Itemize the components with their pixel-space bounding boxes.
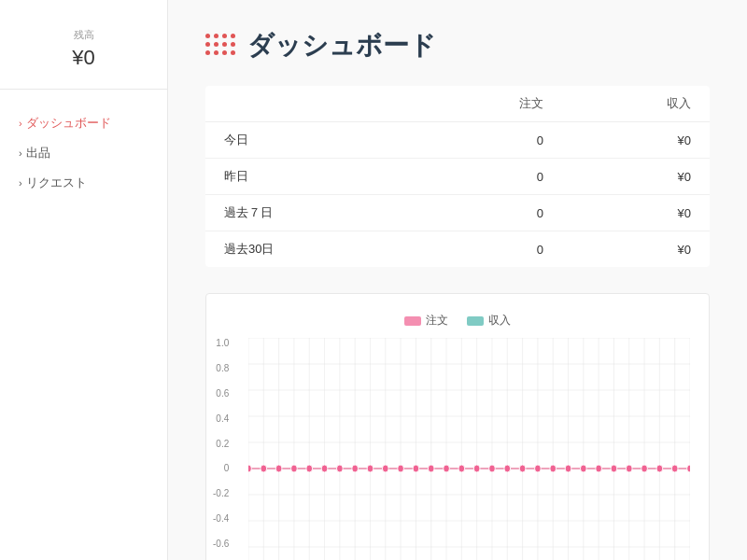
svg-point-51 <box>382 465 388 472</box>
balance-section: 残高 ¥0 <box>0 19 167 90</box>
dashboard-header: ダッシュボード <box>205 28 710 63</box>
svg-point-42 <box>248 465 251 472</box>
sidebar-item-requests-label: リクエスト <box>26 175 87 191</box>
svg-point-54 <box>428 465 434 472</box>
y-label: -0.6 <box>213 539 229 549</box>
svg-point-68 <box>641 465 648 472</box>
legend-revenue-color <box>467 316 484 326</box>
y-label: 0.8 <box>213 363 229 373</box>
chart-area: 1.00.80.60.40.20-0.2-0.4-0.6-0.8-1.0 202… <box>248 338 690 560</box>
svg-point-71 <box>687 465 690 472</box>
table-row: 過去７日 0 ¥0 <box>205 195 710 231</box>
balance-label: 残高 <box>19 28 148 42</box>
svg-point-46 <box>306 465 313 472</box>
svg-point-43 <box>261 465 267 472</box>
svg-point-62 <box>550 465 557 472</box>
sidebar: 残高 ¥0 › ダッシュボード › 出品 › リクエスト <box>0 0 168 560</box>
svg-point-53 <box>413 465 419 472</box>
chart-container: 注文 収入 1.00.80.60.40.20-0.2-0.4-0.6-0.8-1… <box>205 293 710 560</box>
row-revenue: ¥0 <box>562 195 710 231</box>
legend-orders-label: 注文 <box>426 313 448 329</box>
table-row: 過去30日 0 ¥0 <box>205 231 710 268</box>
page-title: ダッシュボード <box>247 28 436 63</box>
row-period: 今日 <box>205 122 415 159</box>
svg-point-58 <box>489 465 496 472</box>
legend-revenue-label: 収入 <box>488 313 511 329</box>
svg-point-66 <box>611 465 617 472</box>
svg-point-52 <box>398 465 404 472</box>
svg-point-60 <box>519 465 526 472</box>
row-revenue: ¥0 <box>562 231 710 268</box>
decorative-dots <box>205 34 236 56</box>
y-label: -0.2 <box>213 488 229 498</box>
row-revenue: ¥0 <box>562 159 710 195</box>
sidebar-item-listings[interactable]: › 出品 <box>0 138 167 168</box>
legend-orders: 注文 <box>404 313 448 329</box>
chart-svg <box>248 338 690 560</box>
main-content: ダッシュボード 注文 収入 今日 0 ¥0 昨日 0 ¥0 過去７日 0 ¥0 … <box>168 0 747 560</box>
svg-point-61 <box>535 465 542 472</box>
y-label: 0.6 <box>213 388 229 399</box>
row-orders: 0 <box>415 159 562 195</box>
svg-point-64 <box>580 465 586 472</box>
svg-point-45 <box>291 465 298 472</box>
svg-point-69 <box>656 465 663 472</box>
svg-point-70 <box>671 465 678 472</box>
col-revenue: 収入 <box>562 86 710 122</box>
svg-point-63 <box>565 465 571 472</box>
svg-point-48 <box>336 465 343 472</box>
sidebar-item-listings-label: 出品 <box>26 145 50 161</box>
sidebar-item-dashboard-label: ダッシュボード <box>26 115 111 132</box>
nav-arrow-icon-3: › <box>19 177 22 189</box>
sidebar-item-requests[interactable]: › リクエスト <box>0 168 167 198</box>
row-period: 過去30日 <box>205 231 415 268</box>
row-orders: 0 <box>415 122 562 159</box>
chart-legend: 注文 収入 <box>216 313 699 329</box>
svg-point-55 <box>444 465 450 472</box>
row-orders: 0 <box>415 195 562 231</box>
legend-orders-color <box>404 316 421 326</box>
svg-point-49 <box>352 465 359 472</box>
svg-point-57 <box>473 465 480 472</box>
nav-arrow-icon: › <box>19 118 22 129</box>
svg-point-65 <box>596 465 602 472</box>
y-label: 0.4 <box>213 413 229 424</box>
legend-revenue: 収入 <box>467 313 511 329</box>
row-orders: 0 <box>415 231 562 268</box>
svg-point-67 <box>626 465 632 472</box>
stats-table: 注文 収入 今日 0 ¥0 昨日 0 ¥0 過去７日 0 ¥0 過去30日 0 … <box>205 86 710 267</box>
svg-point-50 <box>367 465 374 472</box>
y-axis-labels: 1.00.80.60.40.20-0.2-0.4-0.6-0.8-1.0 <box>213 338 229 560</box>
nav-arrow-icon-2: › <box>19 147 22 159</box>
col-orders: 注文 <box>415 86 562 122</box>
y-label: 0 <box>213 463 229 473</box>
svg-point-56 <box>458 465 465 472</box>
sidebar-item-dashboard[interactable]: › ダッシュボード <box>0 108 167 138</box>
row-revenue: ¥0 <box>562 122 710 159</box>
y-label: 0.2 <box>213 439 229 449</box>
col-period <box>205 86 415 122</box>
y-label: -0.4 <box>213 513 229 524</box>
svg-point-44 <box>275 465 282 472</box>
sidebar-nav: › ダッシュボード › 出品 › リクエスト <box>0 90 167 217</box>
row-period: 昨日 <box>205 159 415 195</box>
balance-amount: ¥0 <box>19 46 148 70</box>
svg-point-59 <box>504 465 511 472</box>
y-label: 1.0 <box>213 338 229 348</box>
row-period: 過去７日 <box>205 195 415 231</box>
svg-point-47 <box>321 465 328 472</box>
table-row: 今日 0 ¥0 <box>205 122 710 159</box>
table-row: 昨日 0 ¥0 <box>205 159 710 195</box>
